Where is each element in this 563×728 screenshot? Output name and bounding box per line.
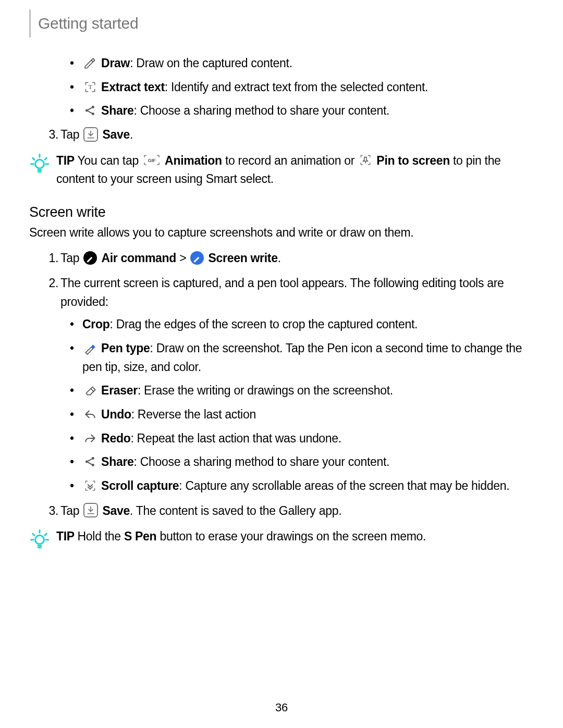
bullet-desc: : Drag the edges of the screen to crop t… [109,317,418,331]
section-heading-screen-write: Screen write [29,204,534,220]
svg-point-4 [35,159,44,168]
share-icon [83,455,97,468]
sw1-tail: . [278,251,281,265]
svg-point-1 [85,109,88,112]
sw2-text: The current screen is captured, and a pe… [60,276,504,309]
bullet-label: Pen type [101,341,150,355]
bullet-pen-type: Pen type: Draw on the screenshot. Tap th… [82,339,534,376]
bullet-extract-text: T Extract text: Identify and extract tex… [82,78,534,97]
svg-point-3 [92,113,94,115]
bullet-share: Share: Choose a sharing method to share … [82,102,534,120]
tip-text: TIP You can tap GIF Animation to record … [56,152,534,189]
pencil-icon [83,56,97,70]
bullet-desc: : Capture any scrollable areas of the sc… [179,479,509,492]
svg-point-6 [85,461,88,463]
tip-label: TIP [56,529,78,543]
screen-write-icon [190,251,204,265]
bullet-label: Share [101,104,133,117]
animation-label: Animation [165,154,222,167]
svg-point-8 [92,464,94,466]
air-command-label: Air command [101,251,176,265]
air-command-icon [83,251,97,265]
pin-to-screen-icon [359,153,372,167]
bullet-desc: : Draw on the captured content. [130,56,292,70]
download-icon [83,503,98,517]
lightbulb-icon [29,153,50,174]
bullet-label: Crop [82,317,109,331]
bullet-desc: : Repeat the last action that was undone… [130,431,341,445]
step-number: 2. [44,274,58,293]
svg-text:T: T [88,83,92,91]
bullet-desc: : Choose a sharing method to share your … [134,455,390,468]
sw-step-2: 2. The current screen is captured, and a… [60,274,534,495]
page: Getting started Draw: Draw on the captur… [0,0,563,728]
bullet-crop: Crop: Drag the edges of the screen to cr… [82,315,534,334]
step-tail: . [130,128,133,141]
redo-icon [83,431,97,445]
tip-t2: to record an animation or [222,154,358,167]
bullet-share-2: Share: Choose a sharing method to share … [82,453,534,472]
save-label: Save [102,504,130,517]
step-list-top: Draw: Draw on the captured content. T Ex… [29,54,534,144]
tip-label: TIP [56,154,78,167]
bullet-desc: : Choose a sharing method to share your … [134,104,390,117]
bullet-label: Extract text [101,80,165,94]
gif-icon: GIF [143,153,161,167]
pen-type-icon [83,341,97,355]
page-header: Getting started [29,0,534,50]
bullet-desc: : Identify and extract text from the sel… [165,80,428,94]
sw3-tap: Tap [60,504,82,517]
tip-t1: You can tap [78,154,142,167]
page-number: 36 [0,701,563,714]
tip2-t1: Hold the [78,529,124,543]
sw1-gt: > [176,251,189,265]
svg-text:GIF: GIF [148,158,156,164]
pin-label: Pin to screen [376,154,450,167]
step-number: 3. [44,126,58,144]
sw2-bullets: Crop: Drag the edges of the screen to cr… [60,315,534,495]
step-number: 3. [44,502,58,521]
header-divider [29,9,31,38]
sw-step-3: 3. Tap Save. The content is saved to the… [60,502,534,521]
save-label: Save [102,128,130,141]
sw3-tail: . The content is saved to the Gallery ap… [130,504,341,517]
tip-text: TIP Hold the S Pen button to erase your … [56,527,534,546]
bullet-draw: Draw: Draw on the captured content. [82,54,534,73]
step-text: Tap [60,128,82,141]
bullet-label: Eraser [101,384,138,397]
download-icon [83,127,98,142]
step-3-top: 3. Tap Save. [60,126,534,144]
undo-icon [83,408,97,421]
bullet-scroll-capture: Scroll capture: Capture any scrollable a… [82,477,534,496]
tip2-t2: button to erase your drawings on the scr… [156,529,426,543]
svg-point-9 [35,536,44,545]
screen-write-label: Screen write [208,251,277,265]
implicit-step: Draw: Draw on the captured content. T Ex… [60,54,534,120]
step-number: 1. [44,249,58,268]
sw-step-1: 1. Tap Air command > Screen write. [60,249,534,268]
lightbulb-icon [29,528,50,549]
bullet-label: Undo [101,408,131,421]
bullet-label: Redo [101,431,130,445]
section-paragraph: Screen write allows you to capture scree… [29,224,534,242]
page-title: Getting started [38,15,138,32]
bullet-undo: Undo: Reverse the last action [82,405,534,424]
eraser-icon [83,384,97,397]
extract-text-icon: T [83,80,97,94]
bullet-redo: Redo: Repeat the last action that was un… [82,429,534,448]
bullet-label: Draw [101,56,130,70]
tip-callout-2: TIP Hold the S Pen button to erase your … [29,527,534,549]
spen-label: S Pen [124,529,156,543]
sw1-tap: Tap [60,251,82,265]
tip-callout-1: TIP You can tap GIF Animation to record … [29,152,534,189]
bullet-eraser: Eraser: Erase the writing or drawings on… [82,381,534,400]
svg-point-7 [92,457,94,460]
bullet-label: Share [101,455,133,468]
top-bullet-list: Draw: Draw on the captured content. T Ex… [60,54,534,120]
bullet-label: Scroll capture [101,479,179,492]
scroll-capture-icon [83,479,97,492]
svg-point-2 [92,106,94,108]
bullet-desc: : Erase the writing or drawings on the s… [138,384,393,397]
screen-write-steps: 1. Tap Air command > Screen write. 2. Th… [29,249,534,520]
bullet-desc: : Reverse the last action [131,408,256,421]
